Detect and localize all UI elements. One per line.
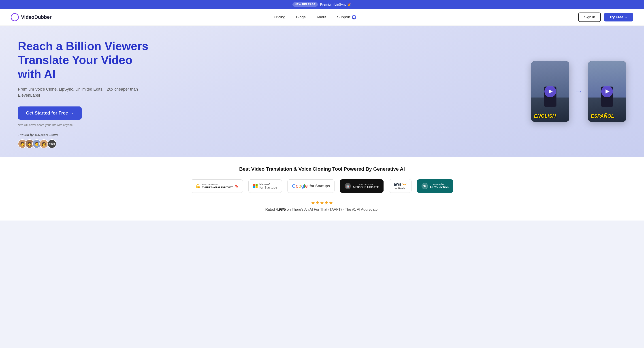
nav-support[interactable]: Support 💬: [337, 15, 356, 19]
rating-text: Rated 4.98/5 on There's An AI For That (…: [18, 208, 626, 212]
ai-tools-featured-text: FEATURED ON: [353, 183, 379, 185]
get-started-button[interactable]: Get Started for Free →: [18, 106, 82, 120]
sign-in-button[interactable]: Sign in: [578, 12, 601, 22]
svg-rect-2: [253, 186, 255, 188]
best-tool-text: Best Video Translation & Voice Cloning T…: [18, 166, 626, 172]
logo-aws: aws activate: [389, 179, 411, 193]
ai-collection-icon: 👁: [422, 183, 428, 189]
arrow-divider: →: [575, 87, 583, 96]
hero-subtitle: Premium Voice Clone, LipSync, Unlimited …: [18, 86, 152, 98]
play-button-left[interactable]: [544, 86, 556, 97]
top-banner: NEW RELEASE Premium LipSync 🎉: [0, 0, 644, 9]
bookmark-icon: 🔖: [234, 184, 238, 188]
hero-content: Reach a Billion Viewers Translate Your V…: [18, 39, 152, 148]
header-actions: Sign in Try Free →: [578, 12, 633, 22]
logo-text: VideoDubber: [21, 14, 52, 20]
logo[interactable]: VideoDubber: [11, 13, 52, 21]
discord-icon: 💬: [352, 15, 356, 19]
trusted-label: Trusted by 100,000+ users: [18, 133, 152, 137]
header: VideoDubber Pricing Blogs About Support …: [0, 9, 644, 26]
rating-section: ★★★★★ Rated 4.98/5 on There's An AI For …: [18, 200, 626, 212]
ai-tools-label: AI TOOLS UPDATE: [353, 185, 379, 189]
logo-ai-tools: 🤖 FEATURED ON AI TOOLS UPDATE: [340, 179, 384, 193]
video-card-english[interactable]: ENGLISH: [531, 61, 569, 122]
nav-about[interactable]: About: [316, 15, 326, 19]
play-triangle-icon: [549, 89, 553, 93]
microsoft-logo-icon: [253, 184, 258, 188]
banner-text: Premium LipSync 🎉: [320, 2, 352, 6]
play-button-right[interactable]: [601, 86, 613, 97]
featured-logos: 💪 FEATURED ON THERE'S AN AI FOR THAT 🔖 M…: [18, 179, 626, 193]
avatar-plus-count: +99k: [48, 139, 56, 148]
video-card-espanol[interactable]: ESPAÑOL: [588, 61, 626, 122]
try-free-button[interactable]: Try Free →: [604, 13, 633, 21]
nav-pricing[interactable]: Pricing: [274, 15, 285, 19]
hero-videos: ENGLISH → ESPAÑOL: [531, 61, 626, 122]
nav: Pricing Blogs About Support 💬: [274, 15, 356, 19]
google-text: Google: [292, 183, 308, 189]
ai-tools-icon: 🤖: [344, 183, 351, 189]
privacy-note: *We will never share your info with anyo…: [18, 123, 152, 127]
logo-microsoft: Microsoft for Startups: [248, 179, 282, 193]
google-for-startups-text: for Startups: [310, 184, 330, 188]
star-rating: ★★★★★: [18, 200, 626, 206]
logo-ai-collection: 👁 Featured On AI Collection: [417, 179, 454, 193]
hero-title: Reach a Billion Viewers Translate Your V…: [18, 39, 152, 81]
video-label-english: ENGLISH: [534, 113, 566, 119]
logo-there-ai: 💪 FEATURED ON THERE'S AN AI FOR THAT 🔖: [191, 179, 243, 193]
ai-collection-featured-text: Featured On: [430, 183, 449, 185]
avatar-4: 👩: [40, 139, 48, 148]
ai-collection-label: AI Collection: [430, 185, 449, 189]
arm-icon: 💪: [195, 184, 200, 189]
svg-rect-0: [253, 184, 255, 186]
aws-logo: aws: [394, 182, 406, 187]
aws-smile-icon: [402, 183, 407, 185]
svg-rect-3: [256, 186, 258, 188]
svg-rect-1: [256, 184, 258, 186]
new-release-badge: NEW RELEASE: [292, 2, 318, 7]
nav-blogs[interactable]: Blogs: [296, 15, 306, 19]
bottom-section: Best Video Translation & Voice Cloning T…: [0, 157, 644, 221]
there-badge-text: FEATURED ON THERE'S AN AI FOR THAT: [202, 183, 233, 189]
video-label-espanol: ESPAÑOL: [591, 113, 624, 119]
avatar-group: 🧑 👩 👨 👩 +99k: [18, 139, 152, 148]
aws-activate-label: activate: [394, 187, 406, 190]
logo-icon: [11, 13, 19, 21]
logo-google: Google for Startups: [287, 179, 335, 193]
play-triangle-icon-right: [606, 89, 610, 93]
hero-section: Reach a Billion Viewers Translate Your V…: [0, 26, 644, 157]
